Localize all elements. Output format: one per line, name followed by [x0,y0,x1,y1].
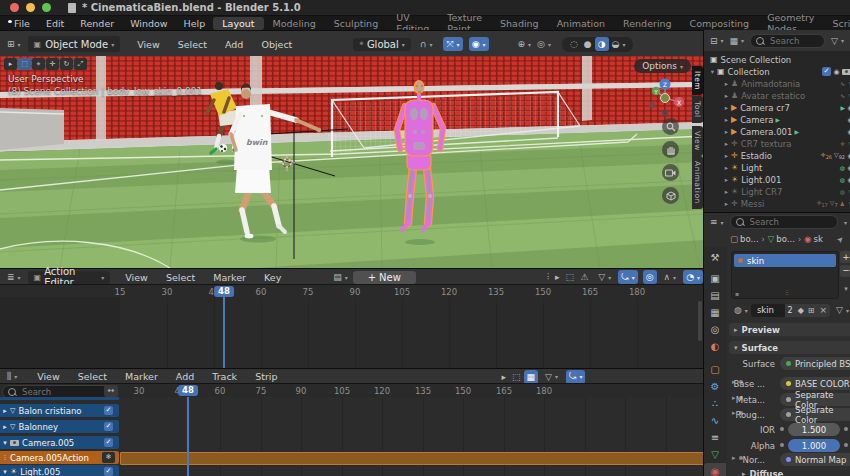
track-camera-005-action[interactable]: ⫶ Camera.005Action ❄ [0,451,119,464]
dopesheet-menu-view[interactable]: View [116,272,157,283]
viewport-menu-object[interactable]: Object [252,39,301,50]
outliner-row-estadio[interactable]: ▸✛ Estadio ✛26 ▽92 ◉ [704,150,850,161]
roughness-button[interactable]: Separate Color [780,408,850,421]
cursor-tool-icon[interactable]: ⌖ [32,58,45,70]
menu-window[interactable]: Window [122,18,175,29]
outliner-search[interactable] [750,34,825,48]
snap-magnet-icon[interactable]: ∩▾ [417,39,436,49]
tab-object-icon[interactable]: ▢ [704,361,726,378]
layered-anim-icon[interactable]: ⫶ [544,272,552,283]
wireframe-shading-icon[interactable]: ◌ [567,39,581,49]
properties-editor-type-button[interactable]: ≡▾ [707,217,727,227]
snapping-dropdown[interactable]: ⤧▾ [443,37,462,51]
box-select-icon[interactable]: ⬚ [563,272,578,282]
outliner-row-scene-collection[interactable]: ▣Scene Collection [704,54,850,65]
eye-closed-icon[interactable]: ∨ [845,140,850,148]
nla-current-frame-indicator[interactable]: 48 [178,385,198,396]
tab-scripting[interactable]: Scripting [824,17,850,30]
dopesheet-playhead[interactable] [223,297,225,368]
outliner-row-avatar-estatico[interactable]: ▸♟ Avatar estatico ∿ ∨ [704,90,850,101]
slot-specials-button[interactable]: ▾ [840,283,850,295]
viewport-menu-view[interactable]: View [128,39,169,50]
dopesheet-menu-select[interactable]: Select [157,272,204,283]
minimize-window-button[interactable] [26,3,35,12]
pan-hand-icon[interactable] [662,141,679,158]
eye-closed-icon[interactable]: ∨ [845,188,850,196]
tab-modeling[interactable]: Modeling [264,17,325,30]
unlink-material-icon[interactable]: × [817,304,831,317]
tweak-tool-icon[interactable]: ▸ [4,58,17,70]
base-color-button[interactable]: BASE COLOR [780,377,850,390]
sidebar-tab-animation[interactable]: Animation [692,156,703,209]
nla-menu-marker[interactable]: Marker [116,371,167,382]
orthographic-toggle-icon[interactable] [662,187,679,204]
ior-slider[interactable]: 1.500 [788,423,840,436]
nla-editor-type-button[interactable]: ⫼▾ [4,371,20,382]
eye-closed-icon[interactable]: ∨ [845,92,850,100]
track-light-005[interactable]: ▾☀ Light.005✓ [0,465,119,476]
material-preview-icon[interactable]: ◑ [595,37,609,51]
move-tool-icon[interactable]: ✛ [46,58,59,70]
material-name-field[interactable]: skin [751,304,785,317]
rotate-tool-icon[interactable]: ↻ [60,58,73,70]
soccer-ball[interactable] [219,144,227,152]
tab-scene-icon[interactable]: ◎ [704,321,726,338]
dopesheet-ruler[interactable]: 15 30 45 60 75 90 105 120 135 150 165 18… [0,284,703,298]
surface-shader-button[interactable]: Principled BS... [780,357,850,370]
dopesheet-mode-dropdown[interactable]: ▣Action Editor ▾ [28,271,111,284]
tab-tool-icon[interactable]: ⚒ [704,249,726,266]
remove-slot-button[interactable]: − [840,265,850,277]
outliner-search-input[interactable] [768,35,819,47]
slot-list-resize[interactable]: ⫶⫶ [786,289,789,297]
tab-sculpting[interactable]: Sculpting [325,17,387,30]
new-material-icon[interactable]: ⊞ [806,304,817,317]
menu-render[interactable]: Render [72,18,122,29]
sidebar-tab-view[interactable]: View [692,126,703,156]
tab-rendering[interactable]: Rendering [614,17,681,30]
alpha-slider[interactable]: 1.000 [788,439,840,452]
nla-menu-add[interactable]: Add [167,371,203,382]
snap-frame-icon[interactable]: ◔▾ [683,270,703,284]
menu-edit[interactable]: Edit [38,18,72,29]
eye-closed-icon[interactable]: ∨ [845,200,850,208]
dopesheet-canvas[interactable] [0,297,703,368]
outliner-row-collection[interactable]: ▾▣Collection ✓ ◉ [704,66,850,77]
track-mute-checkbox[interactable]: ✓ [104,422,113,431]
nla-box-select-icon[interactable]: ⬚ [509,372,524,382]
nla-playhead[interactable] [187,397,189,476]
viewport-menu-select[interactable]: Select [169,39,216,50]
sidebar-tab-item[interactable]: Item [692,66,703,95]
nla-cursor-icon[interactable]: ▸ [498,372,509,382]
camera-view-icon[interactable] [662,164,679,181]
dopesheet-editor-type-button[interactable]: ≣▾ [4,272,24,282]
eye-open-icon[interactable]: ◉ [845,104,850,112]
tab-compositing[interactable]: Compositing [681,17,759,30]
outliner-row-camera[interactable]: ▸▶ Camera ▶ ◉ [704,114,850,125]
push-down-icon[interactable]: ❄ [102,452,115,463]
outliner-row-cr7-textura[interactable]: ▸✛ CR7 textura ✛ ∨ [704,138,850,149]
tab-layout[interactable]: Layout [213,17,263,30]
new-action-button[interactable]: +New [353,271,416,284]
nla-snap-icon[interactable]: ⤿▾ [566,370,586,384]
outliner-row-light-001[interactable]: ▸☀ Light.001 ◍ ◉ [704,174,850,185]
material-slot-list[interactable]: skin ▪ ⫶⫶ [731,251,839,299]
track-balon-cristiano[interactable]: ▸▽ Balon cristiano✓ [0,404,119,417]
eye-closed-icon[interactable]: ∨ [845,80,850,88]
slot-list-handle[interactable]: ▪ [735,290,739,297]
filter-icon[interactable]: ▽▾ [595,272,614,282]
tab-shading[interactable]: Shading [491,17,548,30]
preview-section-header[interactable]: ▸ Preview ∷ [729,323,850,336]
track-mute-checkbox[interactable]: ✓ [104,406,113,415]
outliner-display-mode-button[interactable]: ⊟▾ [707,36,727,46]
browse-material-icon[interactable]: ◍▾ [731,305,751,315]
material-users-count[interactable]: 2 [785,304,796,317]
show-gizmo-icon[interactable]: ⊕▾ [515,39,535,49]
viewport-canvas[interactable]: bwin [0,56,703,268]
eye-open-icon[interactable]: ◉ [845,164,850,172]
editor-type-button[interactable]: ⊞▾ [4,39,24,49]
close-window-button[interactable] [10,3,19,12]
diffuse-section-header[interactable]: ▸ Diffuse [742,469,783,476]
material-slot-skin[interactable]: skin [734,254,836,267]
tab-constraints-icon[interactable]: ≡ [704,429,726,446]
track-mute-checkbox[interactable]: ✓ [104,467,113,476]
